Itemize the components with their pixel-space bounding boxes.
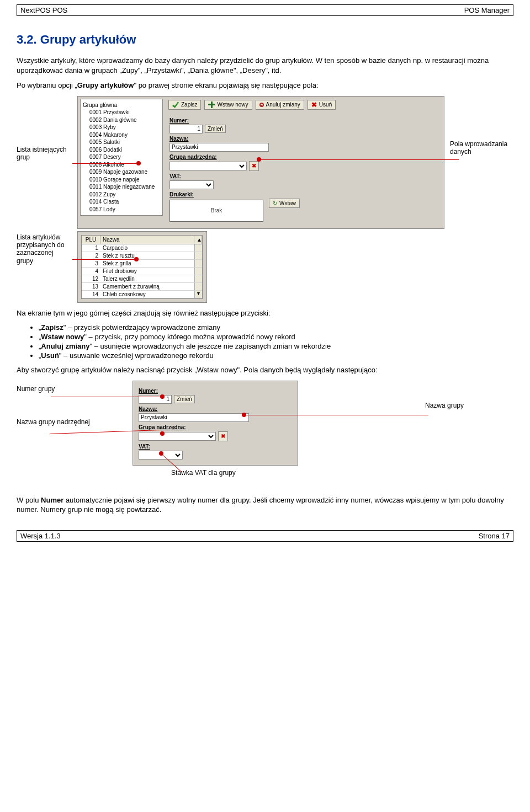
bullet-usun: „Usuń" – usuwanie wcześniej wprowadzoneg…: [39, 351, 513, 360]
screenshot-main-panel: Grupa główna 0001 Przystawki 0002 Dania …: [77, 96, 444, 229]
clear-grupa-b-button[interactable]: ✖: [218, 431, 228, 441]
annotation-pola-wprowadzania: Pola wprowadzania danych: [450, 140, 513, 156]
footer-page: Strona 17: [479, 532, 510, 540]
toolbar: Zapisz Wstaw nowy Anuluj zmiany ✖Usuń: [165, 97, 444, 115]
button-bullets: „Zapisz" – przycisk potwierdzający wprow…: [39, 323, 513, 360]
wstaw-nowy-button[interactable]: Wstaw nowy: [204, 100, 252, 110]
tree-item[interactable]: 0009 Napoje gazowane: [83, 168, 160, 176]
clear-grupa-button[interactable]: ✖: [249, 161, 259, 171]
grupa-select-b[interactable]: [139, 432, 216, 441]
tree-item[interactable]: 0012 Zupy: [83, 191, 160, 199]
tree-item[interactable]: 0003 Ryby: [83, 124, 160, 131]
annotation-stawka-vat: Stawka VAT dla grupy: [171, 469, 236, 477]
bullet-zapisz: „Zapisz" – przycisk potwierdzający wprow…: [39, 323, 513, 332]
nazwa-input-b[interactable]: [139, 413, 249, 422]
tree-item[interactable]: 0007 Desery: [83, 153, 160, 161]
vat-select[interactable]: [169, 180, 214, 189]
intro-paragraph-2: Po wybraniu opcji „Grupy artykułów" po p…: [17, 81, 513, 90]
table-row[interactable]: 4Filet drobiowy: [82, 268, 202, 275]
table-row[interactable]: 3Stek z grilla: [82, 260, 202, 268]
form-area: Numer: Zmień Nazwa: Grupa nadrzędna: ✖ V…: [165, 117, 444, 228]
mid-line1: Na ekranie tym w jego górnej części znaj…: [17, 308, 513, 318]
footer-version: Wersja 1.1.3: [20, 532, 61, 540]
drukarki-box: Brak: [169, 200, 263, 222]
refresh-icon: ↻: [273, 200, 277, 206]
table-row[interactable]: 12Talerz wędlin: [82, 275, 202, 283]
tree-item[interactable]: 0011 Napoje niegazowane: [83, 183, 160, 191]
table-row[interactable]: 14Chleb czosnkowy▼: [82, 291, 202, 298]
bullet-wstaw: „Wstaw nowy" – przycisk, przy pomocy któ…: [39, 333, 513, 341]
article-grid[interactable]: PLU Nazwa ▲ 1Carpaccio 2Stek z rusztu 3S…: [81, 235, 203, 299]
drukarki-label: Drukarki:: [169, 191, 439, 197]
header-left: NextPOS POS: [20, 6, 67, 14]
anuluj-zmiany-button[interactable]: Anuluj zmiany: [256, 100, 304, 110]
col-plu: PLU: [82, 236, 100, 244]
x-icon: ✖: [311, 101, 317, 108]
numer-input[interactable]: [169, 125, 203, 133]
annotation-lista-grup: Lista istniejących grup: [17, 146, 72, 162]
zmien-button[interactable]: Zmień: [205, 125, 226, 133]
tree-item[interactable]: 0005 Sałatki: [83, 138, 160, 146]
bullet-anuluj: „Anuluj zmiany" – usunięcie wprowadzonyc…: [39, 342, 513, 350]
scroll-down-icon[interactable]: ▼: [194, 291, 202, 298]
page-title: 3.2. Grupy artykułów: [17, 33, 513, 47]
table-row[interactable]: 13Camembert z żurawiną: [82, 283, 202, 291]
mid-line2: Aby stworzyć grupę artykułów należy naci…: [17, 365, 513, 375]
annotation-numer-grupy: Numer grupy: [17, 385, 105, 393]
tree-item[interactable]: 0010 Gorące napoje: [83, 176, 160, 184]
col-nazwa: Nazwa: [100, 236, 194, 244]
grupa-nadrzedna-select[interactable]: [169, 162, 247, 170]
annotation-nazwa-grupy: Nazwa grupy: [425, 402, 513, 409]
tree-item[interactable]: 0006 Dodatki: [83, 146, 160, 154]
tree-item[interactable]: 0014 Ciasta: [83, 198, 160, 206]
nazwa-input[interactable]: [169, 143, 269, 152]
closing-paragraph: W polu Numer automatycznie pojawi się pi…: [17, 495, 513, 515]
nazwa-label: Nazwa:: [169, 136, 439, 142]
page-footer: Wersja 1.1.3 Strona 17: [17, 530, 513, 542]
tree-item[interactable]: 0057 Lody: [83, 206, 160, 213]
plus-icon: [208, 101, 215, 108]
no-icon: [259, 103, 264, 107]
nazwa-label-b: Nazwa:: [139, 406, 292, 412]
grupa-label-b: Grupa nadrzędna:: [139, 424, 292, 430]
tree-item[interactable]: 0008 Alkohole: [83, 161, 160, 169]
zapisz-button[interactable]: Zapisz: [168, 100, 201, 110]
zmien-button-b[interactable]: Zmień: [174, 395, 195, 403]
vat-label: VAT:: [169, 173, 439, 179]
intro-paragraph-1: Wszystkie artykuły, które wprowadzamy do…: [17, 56, 513, 75]
tree-item[interactable]: 0004 Makarony: [83, 131, 160, 139]
wstaw-drukarka-button[interactable]: ↻Wstaw: [269, 199, 300, 208]
tree-root[interactable]: Grupa główna: [83, 101, 160, 109]
scroll-up-icon[interactable]: ▲: [194, 236, 202, 244]
screenshot-form-b: Numer: Zmień Nazwa: Grupa nadrzędna: ✖ V…: [132, 381, 298, 466]
tree-item[interactable]: 0002 Dania główne: [83, 116, 160, 124]
table-row[interactable]: 1Carpaccio: [82, 244, 202, 252]
usun-button[interactable]: ✖Usuń: [308, 100, 336, 110]
tree-item[interactable]: 0001 Przystawki: [83, 109, 160, 116]
annotation-lista-artykulow: Lista artykułów przypisanych do zaznaczo…: [17, 233, 72, 265]
numer-label-b: Numer:: [139, 388, 292, 394]
header-right: POS Manager: [464, 6, 510, 14]
numer-label: Numer:: [169, 117, 439, 124]
check-icon: [172, 101, 179, 108]
annotation-nazwa-nadrzednej: Nazwa grupy nadrzędnej: [17, 418, 105, 426]
vat-label-b: VAT:: [139, 444, 292, 450]
page-header: NextPOS POS POS Manager: [17, 4, 513, 16]
group-tree[interactable]: Grupa główna 0001 Przystawki 0002 Dania …: [80, 99, 163, 216]
table-row[interactable]: 2Stek z rusztu: [82, 252, 202, 260]
